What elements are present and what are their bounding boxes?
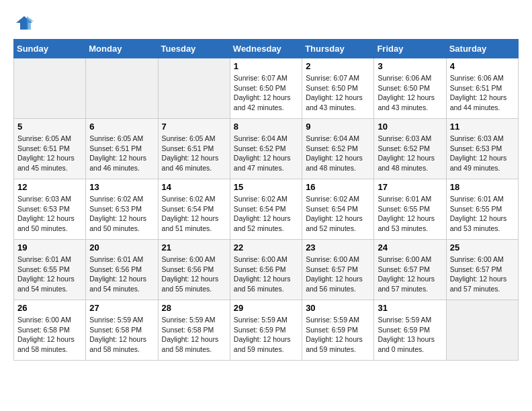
calendar-cell: 22Sunrise: 6:00 AM Sunset: 6:56 PM Dayli… [230, 240, 302, 300]
day-number: 15 [234, 182, 298, 192]
day-info: Sunrise: 6:07 AM Sunset: 6:50 PM Dayligh… [306, 73, 370, 113]
day-info: Sunrise: 6:02 AM Sunset: 6:54 PM Dayligh… [306, 194, 370, 234]
day-number: 21 [162, 242, 226, 253]
calendar-cell: 13Sunrise: 6:02 AM Sunset: 6:53 PM Dayli… [86, 179, 158, 240]
day-number: 1 [234, 61, 298, 71]
day-number: 13 [89, 182, 154, 192]
day-info: Sunrise: 6:01 AM Sunset: 6:56 PM Dayligh… [89, 255, 154, 294]
calendar-cell: 4Sunrise: 6:06 AM Sunset: 6:51 PM Daylig… [446, 58, 518, 119]
calendar-cell [14, 58, 86, 119]
day-info: Sunrise: 5:59 AM Sunset: 6:58 PM Dayligh… [89, 315, 154, 355]
logo-icon [15, 13, 34, 32]
day-number: 23 [306, 242, 370, 253]
day-info: Sunrise: 6:02 AM Sunset: 6:54 PM Dayligh… [162, 194, 226, 234]
day-info: Sunrise: 6:05 AM Sunset: 6:51 PM Dayligh… [162, 134, 226, 173]
day-info: Sunrise: 6:03 AM Sunset: 6:53 PM Dayligh… [17, 194, 82, 234]
day-info: Sunrise: 6:02 AM Sunset: 6:53 PM Dayligh… [89, 194, 154, 234]
calendar-cell: 1Sunrise: 6:07 AM Sunset: 6:50 PM Daylig… [230, 58, 302, 119]
day-info: Sunrise: 6:01 AM Sunset: 6:55 PM Dayligh… [378, 194, 442, 234]
day-number: 31 [378, 303, 442, 313]
day-number: 28 [162, 303, 226, 313]
calendar-cell: 7Sunrise: 6:05 AM Sunset: 6:51 PM Daylig… [158, 119, 230, 179]
day-number: 19 [17, 242, 82, 253]
day-number: 9 [306, 122, 370, 132]
calendar-cell: 26Sunrise: 6:00 AM Sunset: 6:58 PM Dayli… [14, 300, 86, 361]
day-number: 22 [234, 242, 298, 253]
col-header-friday: Friday [374, 40, 446, 58]
col-header-sunday: Sunday [14, 40, 86, 58]
day-number: 4 [450, 61, 515, 71]
calendar-cell: 3Sunrise: 6:06 AM Sunset: 6:50 PM Daylig… [374, 58, 446, 119]
day-info: Sunrise: 6:00 AM Sunset: 6:57 PM Dayligh… [306, 255, 370, 294]
col-header-wednesday: Wednesday [230, 40, 302, 58]
calendar-cell: 30Sunrise: 5:59 AM Sunset: 6:59 PM Dayli… [302, 300, 374, 361]
calendar-cell [86, 58, 158, 119]
day-info: Sunrise: 6:03 AM Sunset: 6:53 PM Dayligh… [450, 134, 515, 173]
day-info: Sunrise: 5:59 AM Sunset: 6:59 PM Dayligh… [306, 315, 370, 355]
day-number: 2 [306, 61, 370, 71]
calendar-cell: 19Sunrise: 6:01 AM Sunset: 6:55 PM Dayli… [14, 240, 86, 300]
day-info: Sunrise: 6:00 AM Sunset: 6:56 PM Dayligh… [162, 255, 226, 294]
day-number: 12 [17, 182, 82, 192]
day-number: 20 [89, 242, 154, 253]
day-info: Sunrise: 6:02 AM Sunset: 6:54 PM Dayligh… [234, 194, 298, 234]
calendar-cell: 2Sunrise: 6:07 AM Sunset: 6:50 PM Daylig… [302, 58, 374, 119]
day-number: 16 [306, 182, 370, 192]
day-number: 27 [89, 303, 154, 313]
day-number: 18 [450, 182, 515, 192]
day-info: Sunrise: 6:04 AM Sunset: 6:52 PM Dayligh… [234, 134, 298, 173]
calendar-cell: 9Sunrise: 6:04 AM Sunset: 6:52 PM Daylig… [302, 119, 374, 179]
day-number: 7 [162, 122, 226, 132]
col-header-saturday: Saturday [446, 40, 518, 58]
day-number: 30 [306, 303, 370, 313]
day-info: Sunrise: 6:05 AM Sunset: 6:51 PM Dayligh… [17, 134, 82, 173]
day-number: 3 [378, 61, 442, 71]
calendar-cell: 21Sunrise: 6:00 AM Sunset: 6:56 PM Dayli… [158, 240, 230, 300]
calendar-cell: 8Sunrise: 6:04 AM Sunset: 6:52 PM Daylig… [230, 119, 302, 179]
calendar-cell: 11Sunrise: 6:03 AM Sunset: 6:53 PM Dayli… [446, 119, 518, 179]
calendar-cell: 24Sunrise: 6:00 AM Sunset: 6:57 PM Dayli… [374, 240, 446, 300]
calendar-cell [446, 300, 518, 361]
calendar-cell: 28Sunrise: 5:59 AM Sunset: 6:58 PM Dayli… [158, 300, 230, 361]
day-number: 11 [450, 122, 515, 132]
calendar-table: SundayMondayTuesdayWednesdayThursdayFrid… [13, 39, 519, 361]
day-number: 25 [450, 242, 515, 253]
day-info: Sunrise: 5:59 AM Sunset: 6:58 PM Dayligh… [162, 315, 226, 355]
day-number: 14 [162, 182, 226, 192]
day-info: Sunrise: 6:01 AM Sunset: 6:55 PM Dayligh… [450, 194, 515, 234]
calendar-week-row: 26Sunrise: 6:00 AM Sunset: 6:58 PM Dayli… [14, 300, 519, 361]
day-info: Sunrise: 6:00 AM Sunset: 6:57 PM Dayligh… [378, 255, 442, 294]
day-info: Sunrise: 5:59 AM Sunset: 6:59 PM Dayligh… [378, 315, 442, 355]
calendar-cell: 25Sunrise: 6:00 AM Sunset: 6:57 PM Dayli… [446, 240, 518, 300]
calendar-cell: 14Sunrise: 6:02 AM Sunset: 6:54 PM Dayli… [158, 179, 230, 240]
day-info: Sunrise: 6:00 AM Sunset: 6:56 PM Dayligh… [234, 255, 298, 294]
page-header [13, 13, 519, 32]
calendar-cell: 17Sunrise: 6:01 AM Sunset: 6:55 PM Dayli… [374, 179, 446, 240]
col-header-monday: Monday [86, 40, 158, 58]
calendar-cell: 16Sunrise: 6:02 AM Sunset: 6:54 PM Dayli… [302, 179, 374, 240]
calendar-week-row: 1Sunrise: 6:07 AM Sunset: 6:50 PM Daylig… [14, 58, 519, 119]
day-info: Sunrise: 6:05 AM Sunset: 6:51 PM Dayligh… [89, 134, 154, 173]
calendar-cell [158, 58, 230, 119]
svg-marker-1 [27, 16, 34, 30]
calendar-cell: 31Sunrise: 5:59 AM Sunset: 6:59 PM Dayli… [374, 300, 446, 361]
calendar-header-row: SundayMondayTuesdayWednesdayThursdayFrid… [14, 40, 519, 58]
calendar-cell: 18Sunrise: 6:01 AM Sunset: 6:55 PM Dayli… [446, 179, 518, 240]
calendar-week-row: 19Sunrise: 6:01 AM Sunset: 6:55 PM Dayli… [14, 240, 519, 300]
day-info: Sunrise: 6:04 AM Sunset: 6:52 PM Dayligh… [306, 134, 370, 173]
day-number: 10 [378, 122, 442, 132]
day-number: 24 [378, 242, 442, 253]
day-info: Sunrise: 6:06 AM Sunset: 6:51 PM Dayligh… [450, 73, 515, 113]
day-number: 8 [234, 122, 298, 132]
day-number: 6 [89, 122, 154, 132]
day-info: Sunrise: 6:06 AM Sunset: 6:50 PM Dayligh… [378, 73, 442, 113]
logo [13, 13, 34, 32]
calendar-cell: 27Sunrise: 5:59 AM Sunset: 6:58 PM Dayli… [86, 300, 158, 361]
col-header-thursday: Thursday [302, 40, 374, 58]
calendar-cell: 6Sunrise: 6:05 AM Sunset: 6:51 PM Daylig… [86, 119, 158, 179]
day-info: Sunrise: 6:07 AM Sunset: 6:50 PM Dayligh… [234, 73, 298, 113]
col-header-tuesday: Tuesday [158, 40, 230, 58]
calendar-week-row: 12Sunrise: 6:03 AM Sunset: 6:53 PM Dayli… [14, 179, 519, 240]
calendar-cell: 23Sunrise: 6:00 AM Sunset: 6:57 PM Dayli… [302, 240, 374, 300]
day-info: Sunrise: 6:03 AM Sunset: 6:52 PM Dayligh… [378, 134, 442, 173]
